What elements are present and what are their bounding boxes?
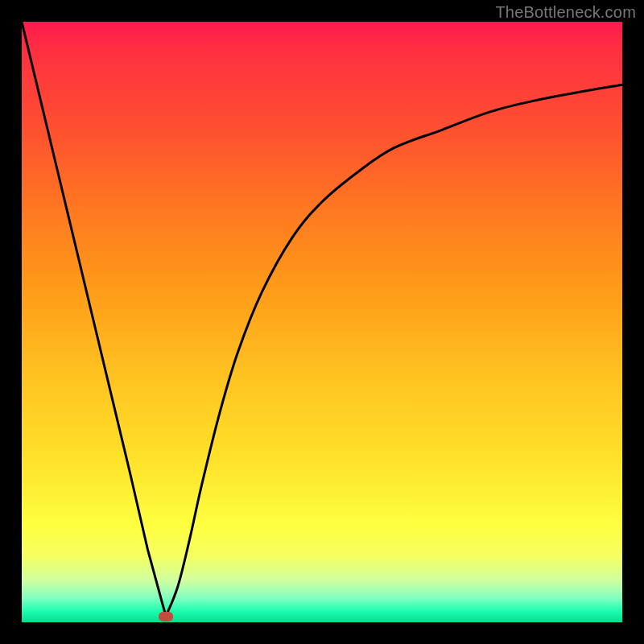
curve-left-branch	[22, 22, 166, 617]
curve-right-branch	[166, 85, 622, 616]
optimal-marker	[159, 612, 173, 621]
bottleneck-curve	[22, 22, 622, 622]
plot-area	[22, 22, 622, 622]
chart-frame: TheBottleneck.com	[0, 0, 644, 644]
watermark-text: TheBottleneck.com	[495, 3, 636, 22]
